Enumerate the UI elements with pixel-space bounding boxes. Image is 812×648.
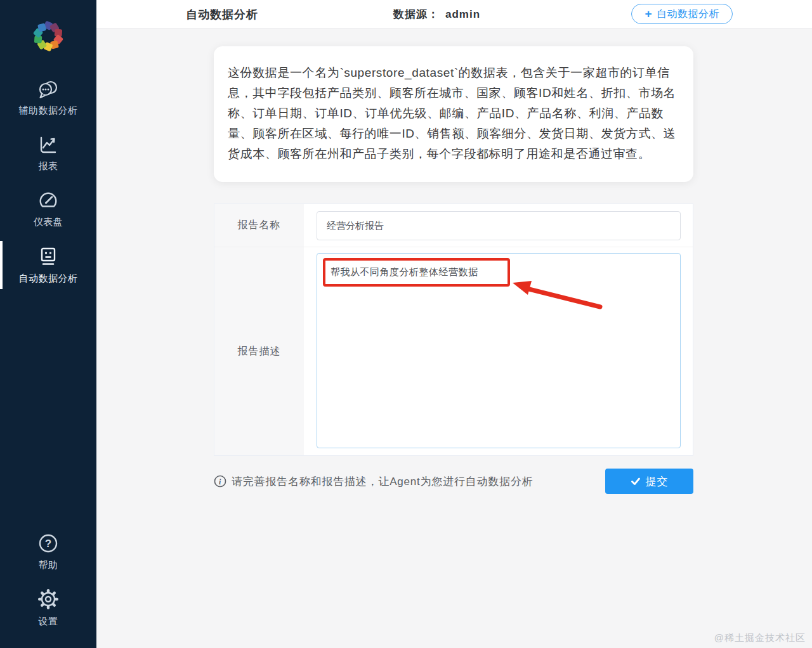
sidebar-item-label: 设置 <box>39 616 58 628</box>
top-header: 自动数据分析 数据源： admin + 自动数据分析 <box>96 0 812 29</box>
sidebar-nav: 辅助数据分析 报表 仪表盘 <box>0 75 96 298</box>
report-description-textarea[interactable]: 帮我从不同角度分析整体经营数据 <box>317 253 681 448</box>
check-icon <box>631 476 641 486</box>
sidebar-item-label: 帮助 <box>39 559 58 571</box>
svg-text:?: ? <box>45 538 51 550</box>
plus-icon: + <box>645 8 652 20</box>
report-description-value: 帮我从不同角度分析整体经营数据 <box>331 266 478 278</box>
app-logo-pinwheel-icon <box>30 18 67 55</box>
submit-button[interactable]: 提交 <box>605 469 693 494</box>
sidebar-item-settings[interactable]: 设置 <box>0 585 96 630</box>
sidebar-item-label: 仪表盘 <box>34 216 63 228</box>
form-hint: i 请完善报告名称和报告描述，让Agent为您进行自动数据分析 <box>214 474 534 489</box>
sidebar-item-help[interactable]: ? 帮助 <box>0 529 96 574</box>
settings-icon <box>36 587 60 611</box>
sidebar: 辅助数据分析 报表 仪表盘 <box>0 0 96 648</box>
report-name-label: 报告名称 <box>214 204 304 247</box>
datasource-indicator: 数据源： admin <box>393 0 480 29</box>
sidebar-item-reports[interactable]: 报表 <box>0 131 96 176</box>
sidebar-item-label: 自动数据分析 <box>19 273 78 285</box>
line-chart-icon <box>37 134 59 156</box>
submit-button-label: 提交 <box>646 474 669 489</box>
datasource-label: 数据源： <box>393 7 439 22</box>
annotation-highlight-box: 帮我从不同角度分析整体经营数据 <box>323 258 510 287</box>
form-hint-text: 请完善报告名称和报告描述，让Agent为您进行自动数据分析 <box>232 474 534 489</box>
report-name-row: 报告名称 <box>214 204 693 247</box>
svg-text:i: i <box>219 477 221 486</box>
report-description-label: 报告描述 <box>214 247 304 455</box>
help-icon: ? <box>37 532 60 555</box>
sidebar-item-dashboard[interactable]: 仪表盘 <box>0 186 96 232</box>
page-title: 自动数据分析 <box>186 0 258 29</box>
sidebar-item-label: 报表 <box>39 160 58 172</box>
app-window: 辅助数据分析 报表 仪表盘 <box>0 0 812 648</box>
action-row: i 请完善报告名称和报告描述，让Agent为您进行自动数据分析 提交 <box>214 469 693 494</box>
info-icon: i <box>214 475 226 488</box>
sidebar-item-label: 辅助数据分析 <box>19 105 78 117</box>
report-name-field-cell <box>304 204 693 247</box>
report-description-row: 报告描述 帮我从不同角度分析整体经营数据 <box>214 247 693 455</box>
watermark-text: @稀土掘金技术社区 <box>714 632 806 644</box>
new-auto-analysis-button-label: 自动数据分析 <box>657 8 719 21</box>
robot-icon <box>37 245 59 268</box>
dataset-description-card: 这份数据是一个名为`superstore_dataset`的数据表，包含关于一家… <box>214 46 693 182</box>
dataset-description-text: 这份数据是一个名为`superstore_dataset`的数据表，包含关于一家… <box>228 63 679 164</box>
new-auto-analysis-button[interactable]: + 自动数据分析 <box>631 4 733 24</box>
report-description-field-cell: 帮我从不同角度分析整体经营数据 <box>304 247 693 455</box>
report-form: 报告名称 报告描述 帮我从不同角度分析整体经营数据 <box>214 204 693 456</box>
report-name-input[interactable] <box>317 211 681 240</box>
sidebar-item-assisted-analysis[interactable]: 辅助数据分析 <box>0 75 96 120</box>
gauge-icon <box>37 190 59 212</box>
sidebar-bottom-nav: ? 帮助 <box>0 529 96 648</box>
datasource-value: admin <box>445 8 480 21</box>
sidebar-item-auto-analysis[interactable]: 自动数据分析 <box>0 242 96 288</box>
chat-icon <box>37 79 60 100</box>
main-content: 这份数据是一个名为`superstore_dataset`的数据表，包含关于一家… <box>214 46 693 494</box>
